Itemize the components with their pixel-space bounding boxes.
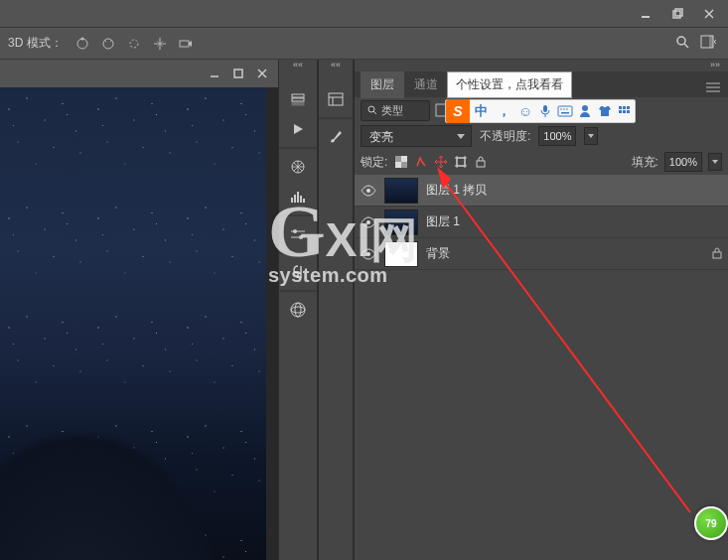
roll-icon[interactable] (98, 34, 118, 54)
svg-rect-19 (292, 98, 304, 101)
svg-rect-57 (477, 161, 485, 167)
minimize-button[interactable] (631, 3, 660, 25)
opacity-value[interactable]: 100% (538, 126, 576, 146)
brush-panel-icon[interactable] (319, 123, 353, 151)
actions-panel-icon[interactable] (279, 115, 317, 143)
layer-thumbnail[interactable] (384, 178, 418, 204)
opacity-dropdown-icon[interactable] (584, 127, 598, 145)
3d-panel-icon[interactable] (279, 296, 317, 324)
svg-rect-49 (401, 162, 407, 168)
tab-channels[interactable]: 通道 (404, 71, 448, 98)
svg-rect-70 (623, 106, 626, 109)
panel-dock-1: «« (278, 60, 318, 560)
camera-icon[interactable] (176, 34, 196, 54)
layer-list: 图层 1 拷贝 图层 1 背景 (355, 175, 728, 560)
layer-thumbnail[interactable] (384, 210, 418, 235)
svg-rect-13 (709, 36, 713, 48)
expand-arrows-icon[interactable]: «« (319, 60, 353, 71)
orbit-icon[interactable] (73, 34, 92, 54)
blend-mode-value: 变亮 (369, 130, 393, 144)
layer-row[interactable]: 背景 (355, 238, 728, 270)
close-button[interactable] (694, 3, 724, 25)
lock-image-icon[interactable] (413, 154, 429, 170)
fill-value[interactable]: 100% (664, 152, 702, 172)
expand-arrows-icon[interactable]: «« (279, 60, 317, 71)
visibility-icon[interactable] (361, 246, 376, 262)
svg-point-10 (677, 37, 685, 45)
navigator-panel-icon[interactable] (279, 153, 317, 181)
svg-rect-74 (627, 110, 630, 113)
svg-point-65 (563, 108, 565, 110)
ime-user-icon[interactable] (575, 101, 595, 121)
filter-type-select[interactable]: 类型 (361, 100, 430, 121)
ime-toolbar[interactable]: S 中 ， ☺ (445, 99, 636, 123)
histogram-panel-icon[interactable] (279, 183, 317, 210)
svg-rect-22 (291, 198, 293, 203)
canvas[interactable] (0, 87, 266, 560)
svg-rect-1 (673, 11, 680, 18)
document-window-controls (0, 60, 278, 87)
ime-mic-icon[interactable] (535, 101, 555, 121)
tab-layers[interactable]: 图层 (361, 71, 404, 98)
layer-name[interactable]: 背景 (426, 245, 450, 262)
svg-point-32 (295, 303, 301, 317)
layer-row[interactable]: 图层 1 拷贝 (355, 175, 728, 207)
ime-skin-icon[interactable] (595, 101, 615, 121)
ime-keyboard-icon[interactable] (555, 101, 575, 121)
svg-rect-20 (292, 102, 304, 105)
lock-position-icon[interactable] (433, 154, 449, 170)
ime-tools-icon[interactable] (615, 101, 635, 121)
panel-menu-icon[interactable] (706, 78, 720, 96)
ime-lang[interactable]: 中 (470, 102, 493, 120)
workspace-icon[interactable] (700, 35, 718, 53)
history-panel-icon[interactable] (279, 85, 317, 113)
svg-point-64 (560, 108, 562, 110)
svg-rect-50 (401, 156, 407, 162)
lock-row: 锁定: 填充: 100% (355, 149, 728, 175)
layer-name[interactable]: 图层 1 拷贝 (426, 182, 487, 199)
svg-point-66 (566, 108, 568, 110)
svg-rect-18 (292, 94, 304, 97)
ime-punct[interactable]: ， (493, 102, 515, 120)
svg-line-41 (373, 111, 376, 114)
fill-dropdown-icon[interactable] (708, 153, 722, 171)
svg-point-68 (582, 105, 588, 111)
fill-label: 填充: (632, 154, 658, 171)
visibility-icon[interactable] (361, 214, 376, 230)
svg-rect-71 (627, 106, 630, 109)
lock-label: 锁定: (361, 154, 387, 171)
layer-name[interactable]: 图层 1 (426, 213, 460, 230)
pan-icon[interactable] (124, 34, 144, 54)
notification-badge[interactable]: 79 (694, 506, 728, 540)
svg-point-8 (130, 40, 138, 48)
ime-logo[interactable]: S (446, 99, 470, 123)
search-icon[interactable] (674, 34, 690, 54)
lock-all-icon[interactable] (473, 154, 489, 170)
ime-smiley-icon[interactable]: ☺ (515, 101, 535, 121)
collapse-arrows-icon[interactable]: »» (355, 60, 728, 71)
svg-point-59 (366, 220, 370, 224)
doc-restore-button[interactable] (226, 64, 250, 83)
restore-button[interactable] (662, 3, 692, 25)
lock-artboard-icon[interactable] (453, 154, 469, 170)
svg-point-30 (299, 235, 303, 239)
properties-panel-icon[interactable] (319, 85, 353, 113)
slide-icon[interactable] (150, 34, 170, 54)
opacity-label: 不透明度: (480, 128, 530, 145)
layer-row[interactable]: 图层 1 (355, 207, 728, 238)
paragraph-panel-icon[interactable] (279, 258, 317, 286)
svg-rect-51 (395, 162, 401, 168)
visibility-icon[interactable] (361, 183, 376, 199)
layer-thumbnail[interactable] (384, 241, 418, 267)
lock-transparent-icon[interactable] (393, 154, 409, 170)
svg-rect-63 (558, 106, 572, 116)
app-titlebar (0, 0, 728, 28)
options-bar: 3D 模式： (0, 28, 728, 60)
doc-minimize-button[interactable] (203, 64, 226, 83)
svg-rect-67 (561, 112, 569, 114)
filter-type-label: 类型 (381, 103, 403, 118)
blend-mode-select[interactable]: 变亮 (361, 125, 472, 147)
adjustments-panel-icon[interactable] (279, 220, 317, 248)
doc-close-button[interactable] (250, 64, 274, 83)
svg-rect-25 (300, 196, 302, 203)
